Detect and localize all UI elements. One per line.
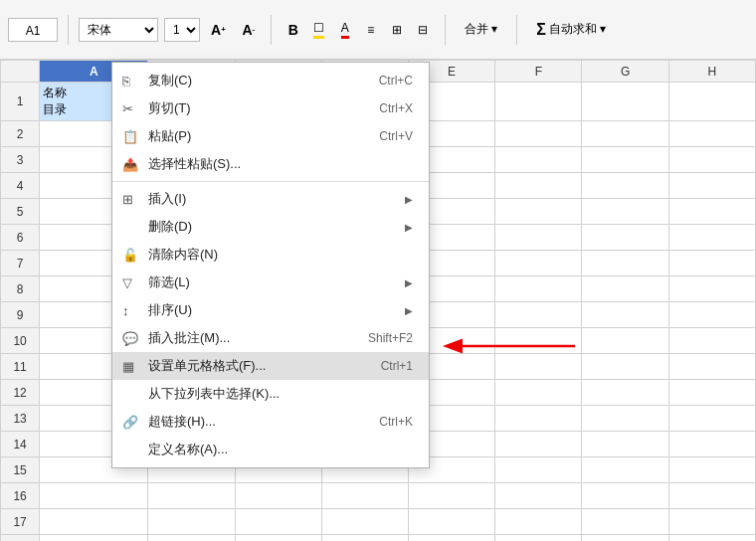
cell-g14[interactable] [582,432,668,457]
cell-b16[interactable] [148,483,235,509]
borders-btn[interactable]: ⊞ [385,18,409,42]
cell-f10[interactable] [495,328,582,354]
cell-g16[interactable] [582,483,668,509]
cell-b17[interactable] [148,509,235,535]
cell-h17[interactable] [668,509,755,535]
autosum-btn[interactable]: Σ 自动求和 ▾ [527,18,615,42]
cell-g3[interactable] [582,147,668,173]
row-header-5[interactable]: 5 [1,199,40,225]
col-header-g[interactable]: G [582,61,668,83]
cell-f5[interactable] [495,199,582,225]
row-header-10[interactable]: 10 [1,328,40,354]
menu-item-delete[interactable]: 删除(D)▶ [112,213,429,241]
cell-g11[interactable] [582,354,668,380]
row-header-7[interactable]: 7 [1,251,40,276]
cell-d16[interactable] [321,483,408,509]
cell-h16[interactable] [668,483,755,509]
cell-h13[interactable] [668,406,755,432]
font-shrink-btn[interactable]: A- [237,18,261,42]
row-header-4[interactable]: 4 [1,173,40,199]
cell-e17[interactable] [409,509,495,535]
menu-item-filter[interactable]: ▽筛选(L)▶ [112,269,429,296]
align-btn[interactable]: ≡ [359,18,383,42]
cell-f12[interactable] [495,380,582,406]
cell-f13[interactable] [495,406,582,432]
row-header-9[interactable]: 9 [1,302,40,328]
col-header-f[interactable]: F [495,61,582,83]
cell-h4[interactable] [668,173,755,199]
cell-d18[interactable] [321,535,408,542]
row-header-14[interactable]: 14 [1,432,40,457]
cell-f4[interactable] [495,173,582,199]
row-header-16[interactable]: 16 [1,483,40,509]
row-header-8[interactable]: 8 [1,276,40,302]
cell-g17[interactable] [582,509,668,535]
font-size-select[interactable]: 12 [164,18,200,42]
row-header-2[interactable]: 2 [1,121,40,147]
row-header-6[interactable]: 6 [1,225,40,251]
cell-f15[interactable] [495,457,582,483]
cell-c16[interactable] [235,483,321,509]
menu-item-comment[interactable]: 💬插入批注(M)...Shift+F2 [112,324,429,352]
menu-item-define-name[interactable]: 定义名称(A)... [112,436,429,463]
cell-h11[interactable] [668,354,755,380]
cell-f17[interactable] [495,509,582,535]
cell-e18[interactable] [409,535,495,542]
cell-h5[interactable] [668,199,755,225]
cell-h8[interactable] [668,276,755,302]
row-header-12[interactable]: 12 [1,380,40,406]
row-header-13[interactable]: 13 [1,406,40,432]
cell-h6[interactable] [668,225,755,251]
cell-g5[interactable] [582,199,668,225]
cell-h18[interactable] [668,535,755,542]
cell-e16[interactable] [409,483,495,509]
cell-g6[interactable] [582,225,668,251]
cell-d17[interactable] [321,509,408,535]
cell-g2[interactable] [582,121,668,147]
row-header-17[interactable]: 17 [1,509,40,535]
row-header-15[interactable]: 15 [1,457,40,483]
menu-item-sort[interactable]: ↕排序(U)▶ [112,296,429,324]
menu-item-paste-special[interactable]: 📤选择性粘贴(S)... [112,150,429,178]
cell-f9[interactable] [495,302,582,328]
cell-f3[interactable] [495,147,582,173]
cell-h12[interactable] [668,380,755,406]
menu-item-copy[interactable]: ⎘复制(C)Ctrl+C [112,67,429,94]
cell-g9[interactable] [582,302,668,328]
menu-item-format-cell[interactable]: ▦设置单元格格式(F)...Ctrl+1 [112,352,429,380]
cell-f6[interactable] [495,225,582,251]
cell-g15[interactable] [582,457,668,483]
cell-h2[interactable] [668,121,755,147]
menu-item-clear[interactable]: 🔓清除内容(N) [112,241,429,269]
cell-a16[interactable] [40,483,148,509]
highlight-btn[interactable]: ☐ [307,18,331,42]
cell-h3[interactable] [668,147,755,173]
cell-g8[interactable] [582,276,668,302]
cell-a17[interactable] [40,509,148,535]
cell-g12[interactable] [582,380,668,406]
cell-g18[interactable] [582,535,668,542]
menu-item-paste[interactable]: 📋粘贴(P)Ctrl+V [112,122,429,150]
menu-item-hyperlink[interactable]: 🔗超链接(H)...Ctrl+K [112,408,429,436]
cell-g10[interactable] [582,328,668,354]
cell-f18[interactable] [495,535,582,542]
cell-g13[interactable] [582,406,668,432]
cell-h7[interactable] [668,251,755,276]
menu-item-cut[interactable]: ✂剪切(T)Ctrl+X [112,94,429,122]
cell-f7[interactable] [495,251,582,276]
row-header-1[interactable]: 1 [1,83,40,121]
menu-item-pick-list[interactable]: 从下拉列表中选择(K)... [112,380,429,408]
font-color-btn[interactable]: A [333,18,357,42]
cell-g7[interactable] [582,251,668,276]
cell-f8[interactable] [495,276,582,302]
cell-h15[interactable] [668,457,755,483]
cell-b18[interactable] [148,535,235,542]
cell-a18[interactable] [40,535,148,542]
bold-btn[interactable]: B [282,18,305,42]
cell-f14[interactable] [495,432,582,457]
row-header-18[interactable]: 18 [1,535,40,542]
cell-ref-box[interactable]: A1 [8,18,58,42]
row-header-11[interactable]: 11 [1,354,40,380]
cell-f1[interactable] [495,83,582,121]
row-header-3[interactable]: 3 [1,147,40,173]
